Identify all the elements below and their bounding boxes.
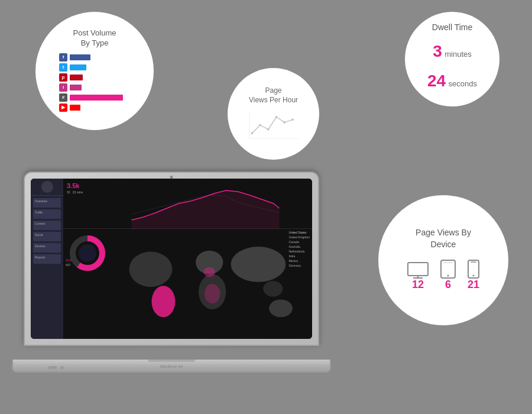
post-volume-bubble: Post Volume By Type f t p i # ▶ — [35, 12, 154, 130]
sidebar-item-mini: Traffic — [33, 209, 61, 219]
device-bubble: Page Views By Device 12 6 — [378, 195, 508, 325]
device-tablet: 6 — [440, 260, 456, 291]
port-audio — [60, 366, 64, 369]
svg-point-19 — [79, 244, 96, 262]
svg-point-29 — [205, 284, 220, 303]
device-row: 12 6 21 — [407, 260, 479, 291]
svg-point-3 — [259, 124, 261, 126]
laptop-outer: Overview Traffic Content Social Devices … — [12, 172, 331, 373]
svg-point-5 — [275, 116, 277, 118]
svg-point-2 — [251, 132, 253, 134]
laptop-base: MacBook Air — [12, 360, 331, 373]
tablet-icon — [440, 260, 456, 279]
dwell-minutes-number: 3 — [433, 42, 442, 60]
laptop-screen: Overview Traffic Content Social Devices … — [31, 179, 312, 339]
laptop-hinge — [148, 360, 195, 362]
svg-point-26 — [269, 299, 293, 317]
sidebar-item-mini: Content — [33, 221, 61, 230]
svg-rect-8 — [408, 263, 428, 276]
sidebar-item-mini: Reports — [33, 254, 61, 264]
screen-main: 3.5k 32 22 mins — [63, 179, 312, 339]
desktop-icon — [407, 262, 429, 279]
screen-stats: 32 22 mins — [67, 190, 83, 194]
tablet-count: 6 — [445, 279, 451, 291]
laptop-brand: MacBook Air — [160, 364, 183, 368]
svg-point-6 — [283, 121, 286, 124]
port-usb — [48, 366, 57, 369]
page-views-bubble: Page Views Per Hour — [228, 68, 319, 160]
mobile-icon — [468, 260, 479, 279]
svg-point-20 — [129, 251, 173, 287]
svg-point-28 — [203, 267, 215, 277]
svg-point-12 — [447, 274, 449, 276]
sidebar-item-mini: Overview — [33, 198, 61, 208]
line-chart — [244, 109, 303, 141]
world-map-svg — [116, 229, 312, 339]
screen-donut — [67, 232, 108, 274]
laptop-lid: Overview Traffic Content Social Devices … — [24, 172, 319, 346]
screen-line-chart — [99, 179, 312, 229]
device-mobile: 21 — [468, 260, 479, 291]
dwell-seconds-number: 24 — [427, 72, 446, 90]
dwell-time-title: Dwell Time — [432, 22, 472, 32]
laptop-ports — [48, 366, 64, 369]
svg-point-27 — [152, 286, 176, 317]
dwell-minutes-label: minutes — [445, 50, 472, 59]
desktop-count: 12 — [412, 279, 424, 291]
dwell-stats: 3 minutes 24 seconds — [427, 37, 477, 96]
screen-map-area: United States United Kingdom Canada Aust… — [116, 229, 312, 339]
dwell-seconds-label: seconds — [449, 79, 477, 88]
svg-point-15 — [473, 274, 475, 276]
post-volume-title: Post Volume By Type — [73, 28, 116, 48]
svg-point-4 — [267, 128, 270, 131]
mobile-count: 21 — [468, 279, 479, 291]
device-bubble-title: Page Views By Device — [416, 227, 471, 250]
screen-big-number: 3.5k — [67, 182, 79, 189]
screen-content: Overview Traffic Content Social Devices … — [31, 179, 312, 339]
laptop-mockup: Overview Traffic Content Social Devices … — [12, 172, 343, 396]
page-views-title: Page Views Per Hour — [249, 86, 298, 105]
svg-point-24 — [231, 247, 286, 282]
svg-point-25 — [263, 281, 283, 296]
svg-point-7 — [291, 118, 294, 121]
screen-sidebar: Overview Traffic Content Social Devices … — [31, 179, 63, 339]
device-desktop: 12 — [407, 262, 429, 291]
dwell-time-bubble: Dwell Time 3 minutes 24 seconds — [405, 12, 499, 106]
sidebar-item-mini: Social — [33, 232, 61, 241]
sidebar-item-mini: Devices — [33, 243, 61, 253]
bar-chart: f t p i # ▶ — [59, 53, 130, 114]
